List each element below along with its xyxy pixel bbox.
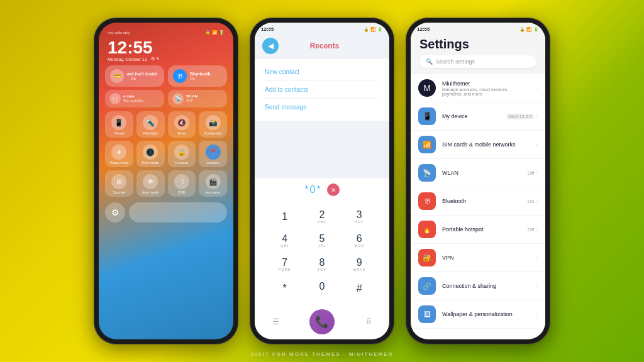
sim-right: › <box>536 142 538 148</box>
dialer-add-contact[interactable]: Add to contacts <box>265 81 379 99</box>
cc-dnd-icon: ☽ <box>174 174 189 189</box>
miuithemer-sub: Manage accounts, cloud services, payment… <box>442 87 530 96</box>
settings-item-bluetooth[interactable]: 𝔅 Bluetooth On › <box>411 187 545 216</box>
cc-status-icons: 🔒 📶 🔋 <box>205 30 225 35</box>
dialer-key-6[interactable]: 6 MNO <box>342 230 377 251</box>
chevron-icon: › <box>536 114 538 119</box>
dialer-screen: 12:55 🔒 📶 🔋 ◀ Recents New contact Add to… <box>255 23 389 339</box>
connection-right: › <box>536 283 538 289</box>
dialer-grid-button[interactable]: ⠿ <box>360 314 377 330</box>
device-title: My device <box>442 113 500 119</box>
chevron-icon: › <box>536 312 538 317</box>
wlan-content: WLAN <box>442 170 521 176</box>
cc-bottom: ⚙ <box>105 202 227 222</box>
cc-plane-icon: ✈ <box>111 145 126 160</box>
search-icon: 🔍 <box>426 58 433 65</box>
connection-content: Connection & sharing <box>442 283 530 289</box>
dialer-input-area: *0* ✕ <box>255 178 389 201</box>
cc-wlan-icon: 📡 <box>172 93 184 104</box>
cc-lock-btn[interactable]: 🔒 k screen <box>168 141 196 167</box>
settings-item-miuithemer[interactable]: M Miuithemer Manage accounts, cloud serv… <box>411 74 545 102</box>
vpn-title: VPN <box>442 255 530 261</box>
settings-item-connection[interactable]: 🔗 Connection & sharing › <box>411 272 545 300</box>
bluetooth-value: On <box>528 199 535 204</box>
cc-flashlight-btn[interactable]: 🔦 Flashlight <box>136 111 165 138</box>
hotspot-title: Portable hotspot <box>442 226 521 233</box>
dialer-back-button[interactable]: ◀ <box>262 38 279 54</box>
dialer-call-button[interactable]: 📞 <box>309 309 335 334</box>
cc-card-widget[interactable]: 💳 ard isn't instal -- Mb <box>105 65 164 87</box>
cc-buttons-row2: ✈ Plane mode 🌑 Dark mode 🔒 k screen 📍 Lo… <box>105 141 227 167</box>
cc-scanner-btn[interactable]: ⊞ Scanner <box>105 170 133 197</box>
dialer-key-4[interactable]: 4 GHI <box>267 230 302 251</box>
sim-icon: 📶 <box>418 136 436 153</box>
chevron-icon: › <box>536 85 538 91</box>
bluetooth-title: Bluetooth <box>442 198 521 204</box>
chevron-icon: › <box>536 170 538 176</box>
dialer-key-7[interactable]: 7 PQRS <box>267 254 302 275</box>
chevron-icon: › <box>536 255 538 261</box>
dialer-status-icons: 🔒 📶 🔋 <box>364 27 383 32</box>
wallpaper-right: › <box>536 312 538 317</box>
dialer-key-star[interactable]: * <box>267 278 302 299</box>
cc-dark-btn[interactable]: 🌑 Dark mode <box>136 141 165 167</box>
dialer-key-0[interactable]: 0 + <box>304 278 339 299</box>
wallpaper-icon: 🖼 <box>418 305 436 323</box>
cc-brightness-slider[interactable] <box>129 202 227 222</box>
dialer-delete-button[interactable]: ✕ <box>327 184 340 196</box>
settings-item-wlan[interactable]: 📡 WLAN Off › <box>411 159 545 187</box>
cc-battery-btn[interactable]: 🎬 tery saver <box>199 170 227 197</box>
cc-battery-icon: 🎬 <box>206 174 221 189</box>
settings-item-sim[interactable]: 📶 SIM cards & mobile networks › <box>411 131 545 159</box>
dialer-key-9[interactable]: 9 WXYZ <box>342 254 377 275</box>
control-center: ncy calls only 🔒 📶 🔋 12:55 Monday, Octob… <box>99 23 233 339</box>
wlan-value: Off <box>528 170 535 176</box>
cc-data-widget[interactable]: ↑↓ e data Not available <box>105 90 164 107</box>
cc-dnd-btn[interactable]: ☽ DND <box>168 170 196 197</box>
dialer-key-hash[interactable]: # <box>342 278 377 299</box>
settings-status-icons: 🔒 📶 🔋 <box>519 27 539 32</box>
settings-item-hotspot[interactable]: 🔥 Portable hotspot Off › <box>411 216 545 244</box>
settings-item-vpn[interactable]: 🔐 VPN › <box>411 244 545 272</box>
cc-screenshot-btn[interactable]: 📸 Screenshot <box>199 111 227 138</box>
cc-location-btn[interactable]: 📍 Location <box>199 141 227 167</box>
cc-reading-icon: 👁 <box>143 174 158 189</box>
chevron-icon: › <box>536 199 538 204</box>
cc-buttons-row3: ⊞ Scanner 👁 ding mode ☽ DND 🎬 tery saver <box>105 170 227 197</box>
phone-1-screen: ncy calls only 🔒 📶 🔋 12:55 Monday, Octob… <box>99 23 233 339</box>
dialer-send-message[interactable]: Send message <box>265 99 379 116</box>
cc-bluetooth-widget[interactable]: 𝔅 Bluetooth On <box>168 65 227 87</box>
dialer-menu-button[interactable]: ☰ <box>267 314 284 330</box>
miuithemer-title: Miuithemer <box>442 80 530 87</box>
cc-settings-btn[interactable]: ⚙ <box>105 202 125 222</box>
dialer-key-8[interactable]: 8 TUV <box>304 254 339 275</box>
device-content: My device <box>442 113 500 119</box>
chevron-icon: › <box>536 227 538 233</box>
miuithemer-content: Miuithemer Manage accounts, cloud servic… <box>442 80 530 96</box>
dialer-key-3[interactable]: 3 DEF <box>342 206 377 228</box>
settings-item-mydevice[interactable]: 📱 My device MIUI 12.5.5 › <box>411 102 545 131</box>
wallpaper-content: Wallpaper & personalization <box>442 311 530 317</box>
settings-search-bar[interactable]: 🔍 Search settings <box>419 55 536 68</box>
dialer-key-5[interactable]: 5 JKL <box>304 230 339 251</box>
phones-container: ncy calls only 🔒 📶 🔋 12:55 Monday, Octob… <box>0 0 644 362</box>
cc-wlan-text: WLAN OFF <box>186 94 197 104</box>
cc-bluetooth-text: Bluetooth On <box>190 71 211 82</box>
settings-header: Settings 🔍 Search settings <box>411 33 545 72</box>
dialer-time: 12:55 <box>261 26 274 32</box>
dialer-new-contact[interactable]: New contact <box>265 63 379 81</box>
dialer-key-2[interactable]: 2 ABC <box>304 206 339 228</box>
dialer-key-1[interactable]: 1 <box>267 206 302 228</box>
wlan-title: WLAN <box>442 170 521 176</box>
wlan-icon: 📡 <box>418 164 436 182</box>
dialer-status-bar: 12:55 🔒 📶 🔋 <box>255 23 389 34</box>
cc-wlan-widget[interactable]: 📡 WLAN OFF <box>168 90 227 107</box>
settings-item-wallpaper[interactable]: 🖼 Wallpaper & personalization › <box>411 300 545 329</box>
cc-mute-btn[interactable]: 🔇 Mute <box>168 111 196 138</box>
cc-vibrate-btn[interactable]: 📳 Vibrate <box>105 111 133 138</box>
cc-reading-btn[interactable]: 👁 ding mode <box>136 170 165 197</box>
sim-content: SIM cards & mobile networks <box>442 141 530 148</box>
settings-screen: 12:55 🔒 📶 🔋 Settings 🔍 Search settings M… <box>411 23 545 339</box>
cc-plane-btn[interactable]: ✈ Plane mode <box>105 141 133 167</box>
watermark: VISIT FOR MORE THEMES - MIUITHEMER <box>0 351 644 357</box>
